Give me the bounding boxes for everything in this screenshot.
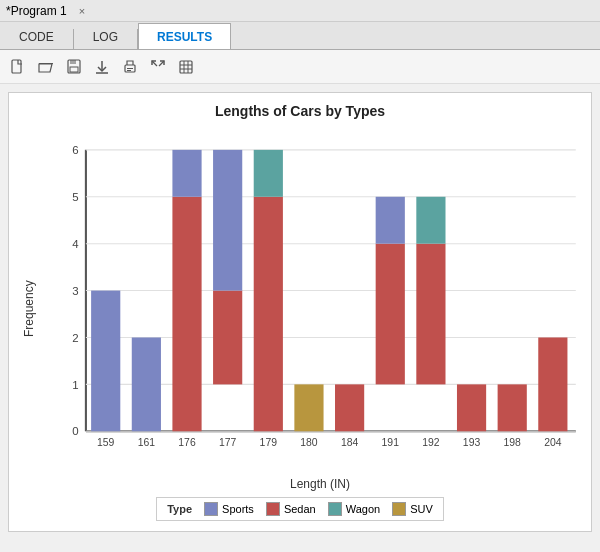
svg-text:193: 193	[463, 437, 481, 448]
fit-icon	[178, 59, 194, 75]
bar-segment	[213, 291, 242, 385]
svg-text:204: 204	[544, 437, 562, 448]
x-axis-label: Length (IN)	[39, 477, 581, 491]
program-title: *Program 1	[6, 4, 67, 18]
bar-segment	[172, 150, 201, 197]
save-icon	[66, 59, 82, 75]
tab-code[interactable]: CODE	[0, 23, 73, 49]
save-button[interactable]	[62, 55, 86, 79]
plot-wrapper: 0 1 2 3 4 5 6 159	[39, 127, 581, 475]
title-bar: *Program 1 ×	[0, 0, 600, 22]
svg-text:6: 6	[72, 144, 78, 156]
bar-segment	[91, 291, 120, 432]
sedan-swatch	[266, 502, 280, 516]
tab-results[interactable]: RESULTS	[138, 23, 231, 49]
bar-segment	[294, 384, 323, 431]
chart-container: Lengths of Cars by Types Frequency 0 1 2	[8, 92, 592, 532]
bar-segment	[376, 244, 405, 385]
svg-text:184: 184	[341, 437, 359, 448]
svg-rect-13	[180, 61, 192, 73]
legend-label-wagon: Wagon	[346, 503, 380, 515]
legend-item-wagon: Wagon	[328, 502, 380, 516]
bar-segment	[254, 197, 283, 432]
svg-rect-4	[70, 60, 76, 64]
svg-text:192: 192	[422, 437, 440, 448]
bar-segment	[416, 244, 445, 385]
legend-type-label: Type	[167, 503, 192, 515]
chart-svg: 0 1 2 3 4 5 6 159	[39, 127, 581, 475]
svg-text:176: 176	[178, 437, 196, 448]
fit-button[interactable]	[174, 55, 198, 79]
y-axis-label: Frequency	[19, 127, 39, 491]
wagon-swatch	[328, 502, 342, 516]
download-icon	[94, 59, 110, 75]
print-icon	[122, 59, 138, 75]
toolbar	[0, 50, 600, 84]
suv-swatch	[392, 502, 406, 516]
legend-label-sedan: Sedan	[284, 503, 316, 515]
svg-rect-0	[12, 60, 21, 73]
bar-segment	[132, 337, 161, 431]
legend-item-sedan: Sedan	[266, 502, 316, 516]
svg-text:180: 180	[300, 437, 318, 448]
chart-inner: 0 1 2 3 4 5 6 159	[39, 127, 581, 491]
svg-text:2: 2	[72, 332, 78, 344]
tab-bar: CODE LOG RESULTS	[0, 22, 600, 50]
svg-rect-5	[70, 67, 78, 72]
bar-segment	[376, 197, 405, 244]
bar-segment	[538, 337, 567, 431]
bar-segment	[457, 384, 486, 431]
svg-text:3: 3	[72, 285, 78, 297]
svg-text:159: 159	[97, 437, 115, 448]
chart-title: Lengths of Cars by Types	[215, 103, 385, 119]
chart-body: Frequency 0 1 2 3	[19, 127, 581, 491]
svg-text:198: 198	[504, 437, 522, 448]
new-icon	[10, 59, 26, 75]
svg-text:4: 4	[72, 238, 79, 250]
new-button[interactable]	[6, 55, 30, 79]
legend-label-suv: SUV	[410, 503, 433, 515]
svg-text:179: 179	[260, 437, 278, 448]
bar-segment	[172, 197, 201, 432]
bar-segment	[335, 384, 364, 431]
legend-label-sports: Sports	[222, 503, 254, 515]
expand-icon	[150, 59, 166, 75]
download-button[interactable]	[90, 55, 114, 79]
legend-item-suv: SUV	[392, 502, 433, 516]
close-button[interactable]: ×	[79, 5, 85, 17]
svg-rect-2	[39, 63, 53, 64]
print-button[interactable]	[118, 55, 142, 79]
open-button[interactable]	[34, 55, 58, 79]
bar-segment	[498, 384, 527, 431]
svg-text:1: 1	[72, 379, 78, 391]
expand-button[interactable]	[146, 55, 170, 79]
bar-segment	[416, 197, 445, 244]
sports-swatch	[204, 502, 218, 516]
tab-log[interactable]: LOG	[74, 23, 137, 49]
svg-text:177: 177	[219, 437, 237, 448]
svg-rect-10	[127, 70, 131, 71]
open-icon	[38, 59, 54, 75]
chart-legend: Type Sports Sedan Wagon SUV	[156, 497, 444, 521]
legend-item-sports: Sports	[204, 502, 254, 516]
svg-text:0: 0	[72, 425, 78, 437]
svg-rect-9	[127, 68, 133, 69]
bar-segment	[213, 150, 242, 291]
bar-segment	[254, 150, 283, 197]
svg-text:5: 5	[72, 191, 78, 203]
svg-text:191: 191	[382, 437, 400, 448]
svg-text:161: 161	[138, 437, 156, 448]
